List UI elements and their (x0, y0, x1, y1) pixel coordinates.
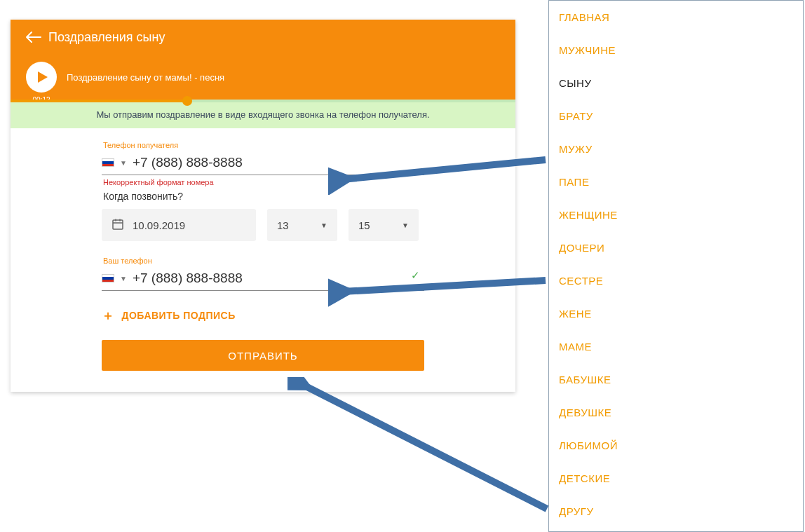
info-strip: Мы отправим поздравление в виде входящег… (11, 102, 515, 128)
hour-value: 13 (277, 219, 289, 231)
sidebar-item[interactable]: СЫНУ (549, 67, 803, 100)
greeting-card: Поздравления сыну 00:12 Поздравление сын… (11, 20, 515, 392)
sidebar-item[interactable]: ДЕВУШКЕ (549, 396, 803, 429)
send-button[interactable]: ОТПРАВИТЬ (102, 340, 424, 371)
country-chevron-down-icon[interactable]: ▼ (120, 159, 127, 167)
sidebar-item[interactable]: ДЕТСКИЕ (549, 462, 803, 495)
sidebar-item[interactable]: МАМЕ (549, 330, 803, 363)
sidebar-item[interactable]: ПАПЕ (549, 165, 803, 198)
sidebar-item[interactable]: ГЛАВНАЯ (549, 1, 803, 34)
svg-line-6 (302, 384, 547, 509)
add-signature-button[interactable]: ＋ ДОБАВИТЬ ПОДПИСЬ (102, 309, 424, 322)
country-chevron-down-icon[interactable]: ▼ (120, 275, 127, 282)
back-icon[interactable] (26, 29, 41, 45)
when-label: Когда позвонить? (103, 191, 424, 202)
flag-icon (102, 274, 114, 282)
add-signature-label: ДОБАВИТЬ ПОДПИСЬ (122, 310, 236, 321)
minute-value: 15 (358, 219, 370, 231)
sidebar-item[interactable]: БАБУШКЕ (549, 363, 803, 396)
sidebar-item[interactable]: МУЖЧИНЕ (549, 34, 803, 67)
category-sidebar: ГЛАВНАЯМУЖЧИНЕСЫНУБРАТУМУЖУПАПЕЖЕНЩИНЕДО… (548, 0, 804, 532)
sidebar-item[interactable]: ДРУГУ (549, 495, 803, 528)
plus-icon: ＋ (102, 309, 115, 322)
recipient-error: Некорректный формат номера (103, 178, 424, 186)
form: Телефон получателя ▼ Некорректный формат… (11, 128, 515, 392)
track-title: Поздравление сыну от мамы! - песня (67, 72, 224, 83)
caller-phone-field: Ваш телефон ▼ ✓ (102, 257, 424, 291)
check-icon: ✓ (411, 268, 420, 281)
sidebar-item[interactable]: ЖЕНЩИНЕ (549, 198, 803, 231)
recipient-label: Телефон получателя (103, 141, 424, 149)
caller-label: Ваш телефон (103, 257, 424, 265)
send-label: ОТПРАВИТЬ (228, 350, 297, 362)
chevron-down-icon: ▼ (402, 221, 409, 229)
play-button[interactable]: 00:12 (26, 62, 57, 93)
recipient-phone-input[interactable] (133, 155, 421, 170)
annotation-arrow (288, 377, 554, 517)
svg-rect-0 (113, 220, 123, 229)
minute-select[interactable]: 15 ▼ (349, 209, 419, 241)
sidebar-item[interactable]: ЛЮБИМОЙ (549, 429, 803, 462)
sidebar-item[interactable]: ДОЧЕРИ (549, 231, 803, 264)
flag-icon (102, 158, 114, 167)
chevron-down-icon: ▼ (320, 221, 327, 229)
card-header: Поздравления сыну 00:12 Поздравление сын… (11, 20, 515, 100)
datetime-row: 10.09.2019 13 ▼ 15 ▼ (102, 209, 424, 241)
date-picker[interactable]: 10.09.2019 (102, 209, 256, 241)
calendar-icon (111, 218, 124, 233)
audio-player: 00:12 Поздравление сыну от мамы! - песня (26, 62, 500, 100)
page-title: Поздравления сыну (48, 30, 165, 45)
sidebar-item[interactable]: СЕСТРЕ (549, 264, 803, 297)
hour-select[interactable]: 13 ▼ (267, 209, 337, 241)
sidebar-item[interactable]: МУЖУ (549, 132, 803, 165)
progress-bar[interactable] (11, 100, 515, 102)
date-value: 10.09.2019 (133, 219, 185, 231)
recipient-phone-field: Телефон получателя ▼ Некорректный формат… (102, 141, 424, 186)
sidebar-item[interactable]: ЖЕНЕ (549, 297, 803, 330)
progress-knob[interactable] (182, 96, 192, 106)
sidebar-item[interactable]: БРАТУ (549, 100, 803, 132)
caller-phone-input[interactable] (133, 271, 421, 286)
